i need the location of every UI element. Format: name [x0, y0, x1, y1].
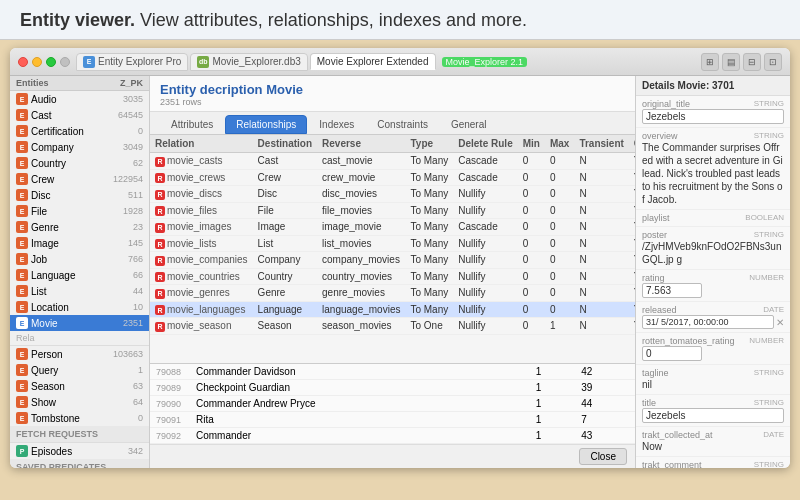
- list-item[interactable]: 79092 Commander 1 43: [150, 428, 635, 444]
- sidebar-item-image[interactable]: E Image 145: [10, 235, 149, 251]
- detail-value-input-title[interactable]: [642, 408, 784, 423]
- table-row[interactable]: Rmovie_images Image image_movie To Many …: [150, 219, 635, 236]
- table-row[interactable]: Rmovie_casts Cast cast_movie To Many Cas…: [150, 153, 635, 170]
- rel-icon: R: [155, 173, 165, 183]
- sidebar-item-job[interactable]: E Job 766: [10, 251, 149, 267]
- ctrl-btn-1[interactable]: ⊞: [701, 53, 719, 71]
- sidebar-item-episodes[interactable]: P Episodes 342: [10, 443, 149, 459]
- sidebar-item-list[interactable]: E List 44: [10, 283, 149, 299]
- relationships-table: Relation Destination Reverse Type Delete…: [150, 135, 635, 335]
- table-row[interactable]: Rmovie_countries Country country_movies …: [150, 268, 635, 285]
- table-row[interactable]: Rmovie_languages Language language_movie…: [150, 301, 635, 318]
- detail-label-rating: rating NUMBER: [642, 273, 784, 283]
- sidebar-item-crew[interactable]: E Crew 122954: [10, 171, 149, 187]
- entity-count: 10: [133, 302, 143, 312]
- tab-relationships[interactable]: Relationships: [225, 115, 307, 134]
- rel-icon: R: [155, 239, 165, 249]
- detail-value-input-released[interactable]: [642, 315, 774, 329]
- list-item[interactable]: 79091 Rita 1 7: [150, 412, 635, 428]
- minimize-button[interactable]: [32, 57, 42, 67]
- table-row[interactable]: Rmovie_genres Genre genre_movies To Many…: [150, 285, 635, 302]
- entity-icon: E: [16, 396, 28, 408]
- entity-count: 66: [133, 270, 143, 280]
- sidebar-item-query[interactable]: E Query 1: [10, 362, 149, 378]
- rel-dest: Cast: [253, 153, 317, 170]
- table-row[interactable]: Rmovie_lists List list_movies To Many Nu…: [150, 235, 635, 252]
- table-row[interactable]: Rmovie_discs Disc disc_movies To Many Nu…: [150, 186, 635, 203]
- sidebar-item-genre[interactable]: E Genre 23: [10, 219, 149, 235]
- entity-name: Language: [31, 270, 130, 281]
- tab-extended[interactable]: Movie Explorer Extended: [310, 53, 436, 70]
- detail-type-title: STRING: [754, 398, 784, 408]
- ctrl-btn-4[interactable]: ⊡: [764, 53, 782, 71]
- entity-count: 3049: [123, 142, 143, 152]
- rel-name: movie_discs: [167, 188, 222, 199]
- rel-trans: N: [574, 235, 628, 252]
- entity-icon: E: [16, 317, 28, 329]
- tab-db-file[interactable]: db Movie_Explorer.db3: [190, 53, 307, 71]
- rel-delete: Nullify: [453, 252, 517, 269]
- ctrl-btn-2[interactable]: ▤: [722, 53, 740, 71]
- sidebar-item-audio[interactable]: E Audio 3035: [10, 91, 149, 107]
- rel-dest: Genre: [253, 285, 317, 302]
- maximize-button[interactable]: [46, 57, 56, 67]
- tab-indexes[interactable]: Indexes: [308, 115, 365, 134]
- close-button-bottom[interactable]: Close: [579, 448, 627, 465]
- entity-icon: E: [16, 141, 28, 153]
- traffic-lights: [18, 57, 70, 67]
- col-header-reverse: Reverse: [317, 135, 405, 153]
- detail-value-input-original_title[interactable]: [642, 109, 784, 124]
- sidebar-item-movie[interactable]: E Movie 2351: [10, 315, 149, 331]
- sidebar-item-person[interactable]: E Person 103663: [10, 346, 149, 362]
- sidebar-item-show[interactable]: E Show 64: [10, 394, 149, 410]
- extra-button[interactable]: [60, 57, 70, 67]
- sidebar-item-country[interactable]: E Country 62: [10, 155, 149, 171]
- clear-icon[interactable]: ✕: [776, 317, 784, 328]
- entity-name: Image: [31, 238, 125, 249]
- detail-value-poster: /ZjvHMVeb9knFOdO2FBNs3unGQL.jp g: [642, 240, 784, 266]
- sidebar-item-language[interactable]: E Language 66: [10, 267, 149, 283]
- rel-icon: R: [155, 305, 165, 315]
- bottom-data: 79088 Commander Davidson 1 42 79089 Chec…: [150, 363, 635, 444]
- header-banner: Entity viewer. View attributes, relation…: [0, 0, 800, 40]
- detail-value-input-rating[interactable]: [642, 283, 702, 298]
- tab-constraints[interactable]: Constraints: [366, 115, 439, 134]
- row-c2: 1: [530, 364, 575, 380]
- row-num: 79092: [150, 428, 190, 444]
- detail-value-input-rotten_tomatoes_rating[interactable]: [642, 346, 702, 361]
- ctrl-btn-3[interactable]: ⊟: [743, 53, 761, 71]
- entity-name: Query: [31, 365, 135, 376]
- detail-type-rotten_tomatoes_rating: NUMBER: [749, 336, 784, 346]
- list-item[interactable]: 79090 Commander Andrew Pryce 1 44: [150, 396, 635, 412]
- row-c2: 1: [530, 412, 575, 428]
- entity-name: File: [31, 206, 120, 217]
- rel-type: To Many: [405, 186, 453, 203]
- entity-count: 62: [133, 158, 143, 168]
- table-row[interactable]: Rmovie_companies Company company_movies …: [150, 252, 635, 269]
- rel-reverse: genre_movies: [317, 285, 405, 302]
- sidebar-item-company[interactable]: E Company 3049: [10, 139, 149, 155]
- detail-type-playlist: BOOLEAN: [745, 213, 784, 223]
- tab-entity-explorer[interactable]: E Entity Explorer Pro: [76, 53, 188, 71]
- table-row[interactable]: Rmovie_crews Crew crew_movie To Many Cas…: [150, 169, 635, 186]
- tab-attributes[interactable]: Attributes: [160, 115, 224, 134]
- list-item[interactable]: 79088 Commander Davidson 1 42: [150, 364, 635, 380]
- close-button[interactable]: [18, 57, 28, 67]
- sidebar-item-season[interactable]: E Season 63: [10, 378, 149, 394]
- main-window: E Entity Explorer Pro db Movie_Explorer.…: [10, 48, 790, 468]
- sidebar-item-tombstone[interactable]: E Tombstone 0: [10, 410, 149, 426]
- table-row[interactable]: Rmovie_files File file_movies To Many Nu…: [150, 202, 635, 219]
- sidebar-item-cast[interactable]: E Cast 64545: [10, 107, 149, 123]
- sidebar-item-certification[interactable]: E Certification 0: [10, 123, 149, 139]
- sidebar-item-location[interactable]: E Location 10: [10, 299, 149, 315]
- col-header-min: Min: [518, 135, 545, 153]
- entity-icon: E: [16, 348, 28, 360]
- sidebar-item-file[interactable]: E File 1928: [10, 203, 149, 219]
- detail-type-overview: STRING: [754, 131, 784, 141]
- entity-name: Disc: [31, 190, 125, 201]
- rel-reverse: disc_movies: [317, 186, 405, 203]
- sidebar-item-disc[interactable]: E Disc 511: [10, 187, 149, 203]
- table-row[interactable]: Rmovie_season Season season_movies To On…: [150, 318, 635, 335]
- list-item[interactable]: 79089 Checkpoint Guardian 1 39: [150, 380, 635, 396]
- tab-general[interactable]: General: [440, 115, 498, 134]
